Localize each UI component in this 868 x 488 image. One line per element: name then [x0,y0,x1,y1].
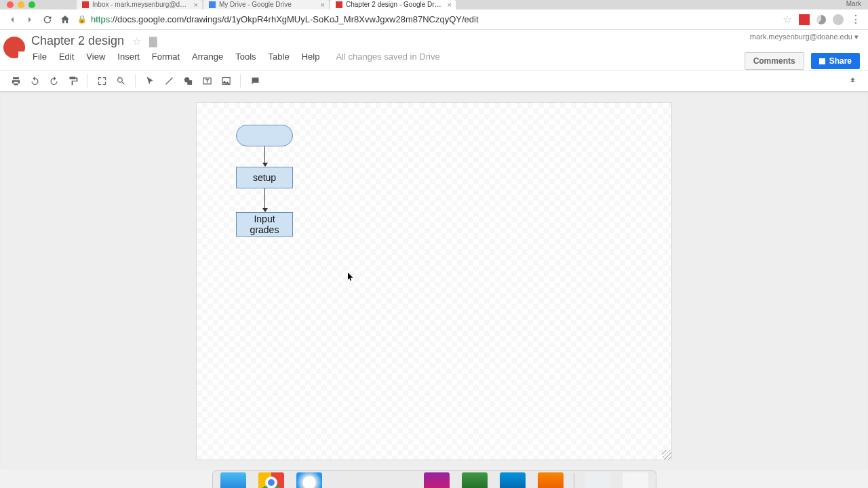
document-title[interactable]: Chapter 2 design [31,34,124,48]
comments-button[interactable]: Comments [745,52,804,70]
dock-app[interactable] [460,472,490,488]
profile-avatar-icon[interactable] [833,14,844,25]
browser-tab[interactable]: My Drive - Google Drive× [203,0,329,9]
comment-tool-icon[interactable] [248,73,262,88]
dock-app-finder[interactable] [218,472,248,488]
tab-title: Inbox - mark.meysenburg@d… [92,0,186,9]
mouse-cursor-icon [348,272,354,282]
tab-title: My Drive - Google Drive [219,0,292,9]
tab-close-icon[interactable]: × [194,0,198,9]
menu-insert[interactable]: Insert [117,52,140,62]
tab-close-icon[interactable]: × [321,0,325,9]
select-tool-icon[interactable] [142,73,157,88]
fit-icon[interactable] [94,73,109,88]
extension-icon[interactable] [816,15,826,24]
lock-icon [819,58,825,64]
undo-icon[interactable] [27,73,42,88]
redo-icon[interactable] [46,73,61,88]
zoom-icon[interactable] [113,73,128,88]
drawing-canvas[interactable]: setup Input grades [196,102,672,460]
menu-help[interactable]: Help [302,52,320,62]
dock-app[interactable] [498,472,528,488]
flow-process-shape[interactable]: setup [236,167,293,188]
work-area: setup Input grades [0,92,868,470]
share-button[interactable]: Share [811,53,860,69]
window-close-icon[interactable] [7,1,14,8]
dock-app[interactable] [536,472,566,488]
nav-reload-icon[interactable] [42,14,53,25]
svg-rect-1 [187,80,192,85]
textbox-tool-icon[interactable] [199,73,214,88]
save-status: All changes saved in Drive [336,52,439,62]
star-icon[interactable]: ☆ [132,35,141,47]
menu-edit[interactable]: Edit [59,52,74,62]
image-tool-icon[interactable] [218,73,233,88]
docs-toolbar [0,70,868,92]
menu-table[interactable]: Table [269,52,290,62]
lock-icon: 🔒 [77,15,87,24]
nav-forward-icon [24,14,35,25]
browser-profile-name[interactable]: Mark [846,0,861,7]
window-zoom-icon[interactable] [28,1,35,8]
address-bar[interactable]: 🔒 https://docs.google.com/drawings/d/1yO… [77,14,776,24]
collapse-toolbar-icon[interactable] [845,73,860,88]
shape-text: setup [253,172,276,183]
chrome-menu-icon[interactable]: ⋮ [850,13,861,26]
menu-arrange[interactable]: Arrange [192,52,223,62]
favicon-icon [336,1,342,8]
shape-tool-icon[interactable] [180,73,195,88]
tab-title: Chapter 2 design - Google Dr… [346,0,441,9]
browser-tabstrip: Inbox - mark.meysenburg@d…× My Drive - G… [0,0,868,9]
nav-home-icon[interactable] [60,14,71,25]
favicon-icon [209,1,216,8]
account-email[interactable]: mark.meysenburg@doane.edu ▾ [745,30,868,41]
macos-dock [0,470,868,488]
favicon-icon [82,1,89,8]
print-icon[interactable] [8,73,23,88]
menu-bar: File Edit View Insert Format Arrange Too… [28,48,745,66]
menu-tools[interactable]: Tools [235,52,256,62]
flow-process-shape[interactable]: Input grades [236,212,293,237]
line-tool-icon[interactable] [161,73,176,88]
paint-format-icon[interactable] [65,73,80,88]
drawings-logo-icon[interactable] [0,30,28,65]
dock-app[interactable] [583,472,612,488]
flow-terminator-shape[interactable] [236,125,293,146]
dock-trash-icon[interactable] [620,472,650,488]
browser-tab[interactable]: Inbox - mark.meysenburg@d…× [77,0,202,9]
flow-arrow[interactable] [264,146,265,166]
dock-app-chrome[interactable] [256,472,286,488]
extension-icon[interactable] [799,14,810,25]
url-scheme: https [91,14,110,24]
browser-tab[interactable]: Chapter 2 design - Google Dr…× [330,0,456,9]
bookmark-star-icon[interactable]: ☆ [783,13,792,26]
browser-toolbar: 🔒 https://docs.google.com/drawings/d/1yO… [0,9,868,30]
flow-arrow[interactable] [264,188,265,211]
tab-close-icon[interactable]: × [448,0,452,9]
nav-back-icon[interactable] [7,14,18,25]
window-minimize-icon[interactable] [18,1,24,8]
docs-header: Chapter 2 design ☆ ▇ File Edit View Inse… [0,30,868,70]
shape-text: Input grades [250,214,279,235]
url-path: ://docs.google.com/drawings/d/1yOkpR4rhX… [110,14,478,24]
dock-separator [574,473,574,488]
share-label: Share [829,56,852,66]
canvas-resize-handle[interactable] [662,450,671,460]
dock-app-safari[interactable] [294,472,324,488]
menu-view[interactable]: View [86,52,105,62]
move-to-folder-icon[interactable]: ▇ [149,35,157,47]
menu-format[interactable]: Format [152,52,180,62]
menu-file[interactable]: File [33,52,47,62]
dock-app[interactable] [422,472,452,488]
